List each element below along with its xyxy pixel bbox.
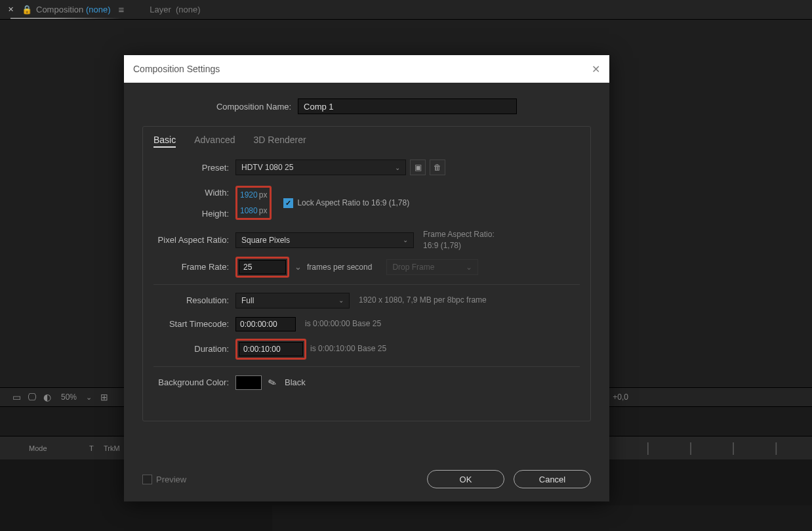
resolution-dropdown[interactable]: Full ⌄ [235, 293, 350, 308]
start-timecode-info: is 0:00:00:00 Base 25 [305, 318, 381, 329]
lock-aspect-checkbox[interactable]: ✓ [283, 198, 293, 208]
duration-input[interactable] [239, 342, 303, 356]
column-trkmat: TrkM [104, 444, 120, 452]
settings-tabs-frame: Basic Advanced 3D Renderer Preset: HDTV … [142, 126, 591, 421]
lock-icon[interactable]: 🔒 [18, 5, 36, 14]
chevron-down-icon: ⌄ [466, 263, 472, 272]
preview-label: Preview [156, 475, 186, 484]
highlight-duration [235, 339, 306, 360]
menu-icon[interactable]: ≡ [110, 4, 131, 15]
bg-color-swatch[interactable] [235, 375, 262, 390]
height-unit: px [259, 206, 268, 215]
fps-input[interactable] [239, 260, 286, 274]
duration-info: is 0:00:10:00 Base 25 [310, 343, 386, 354]
tab-advanced[interactable]: Advanced [194, 135, 235, 148]
highlight-framerate [235, 257, 289, 278]
dialog-body: Composition Name: Basic Advanced 3D Rend… [124, 83, 609, 461]
column-mode: Mode [29, 444, 89, 452]
preview-checkbox-row[interactable]: Preview [142, 475, 186, 484]
panel-tab-layer[interactable]: Layer (none) [150, 5, 200, 14]
resolution-label: Resolution: [153, 295, 235, 305]
chevron-down-icon[interactable]: ⌄ [83, 393, 94, 402]
separator [153, 366, 580, 367]
tab-row: Basic Advanced 3D Renderer [153, 135, 580, 148]
bg-color-name: Black [285, 377, 306, 387]
start-timecode-input[interactable] [235, 317, 296, 331]
timeline-body-right [272, 505, 812, 531]
save-preset-icon[interactable]: ▣ [410, 159, 426, 175]
lock-aspect-label: Lock Aspect Ratio to 16:9 (1,78) [297, 198, 409, 207]
width-unit: px [259, 190, 268, 200]
column-t: T [89, 444, 104, 452]
separator [153, 284, 580, 285]
exposure-value[interactable]: +0,0 [613, 393, 628, 402]
grid-icon[interactable]: ⊞ [97, 392, 112, 402]
chevron-down-icon: ⌄ [403, 236, 408, 244]
monitor-icon[interactable]: ▭ [9, 392, 24, 402]
chevron-down-icon: ⌄ [338, 297, 344, 304]
comp-name-label: Composition Name: [216, 102, 298, 112]
resolution-info: 1920 x 1080, 7,9 MB per 8bpc frame [359, 295, 487, 306]
par-dropdown[interactable]: Square Pixels ⌄ [235, 232, 414, 248]
par-label: Pixel Aspect Ratio: [153, 235, 235, 245]
tab-basic[interactable]: Basic [153, 135, 176, 148]
highlight-width-height: 1920 px 1080 px [235, 186, 272, 220]
start-timecode-label: Start Timecode: [153, 319, 235, 329]
tab-underline [10, 18, 122, 19]
dialog-titlebar: Composition Settings ✕ [124, 55, 609, 83]
duration-label: Duration: [153, 344, 235, 354]
composition-settings-dialog: Composition Settings ✕ Composition Name:… [124, 55, 609, 501]
panel-tab-composition[interactable]: Composition (none) [36, 5, 110, 14]
dialog-footer: Preview OK Cancel [124, 461, 609, 501]
height-value[interactable]: 1080 [240, 206, 258, 215]
preset-dropdown[interactable]: HDTV 1080 25 ⌄ [235, 159, 406, 175]
ok-button[interactable]: OK [427, 470, 504, 488]
panel-header: ✕ 🔒 Composition (none) ≡ Layer (none) [0, 0, 812, 20]
preview-checkbox[interactable] [142, 475, 152, 484]
bg-color-label: Background Color: [153, 377, 235, 387]
preset-label: Preset: [153, 163, 235, 173]
fps-label: Frame Rate: [153, 262, 235, 272]
time-ruler[interactable]: |||||| [603, 436, 812, 459]
screen-icon[interactable]: 🖵 [24, 392, 40, 402]
height-label: Height: [202, 209, 229, 219]
comp-name-input[interactable] [298, 98, 517, 114]
drop-frame-dropdown: Drop Frame ⌄ [386, 259, 478, 275]
fps-unit-text: frames per second [307, 263, 372, 272]
width-value[interactable]: 1920 [240, 190, 258, 200]
cancel-button[interactable]: Cancel [514, 470, 591, 488]
chevron-down-icon[interactable]: ⌄ [294, 262, 302, 272]
close-icon[interactable]: ✕ [4, 5, 18, 14]
width-label: Width: [205, 188, 229, 198]
zoom-value[interactable]: 50% [54, 393, 83, 402]
close-icon[interactable]: ✕ [592, 63, 600, 75]
frame-aspect-info: Frame Aspect Ratio: 16:9 (1,78) [423, 229, 495, 251]
trash-icon[interactable]: 🗑 [430, 159, 445, 175]
eyedropper-icon[interactable]: ✎ [266, 375, 278, 389]
chevron-down-icon: ⌄ [395, 164, 400, 171]
tab-3d-renderer[interactable]: 3D Renderer [254, 135, 306, 148]
dialog-title: Composition Settings [133, 64, 220, 74]
mask-icon[interactable]: ◐ [40, 392, 54, 402]
